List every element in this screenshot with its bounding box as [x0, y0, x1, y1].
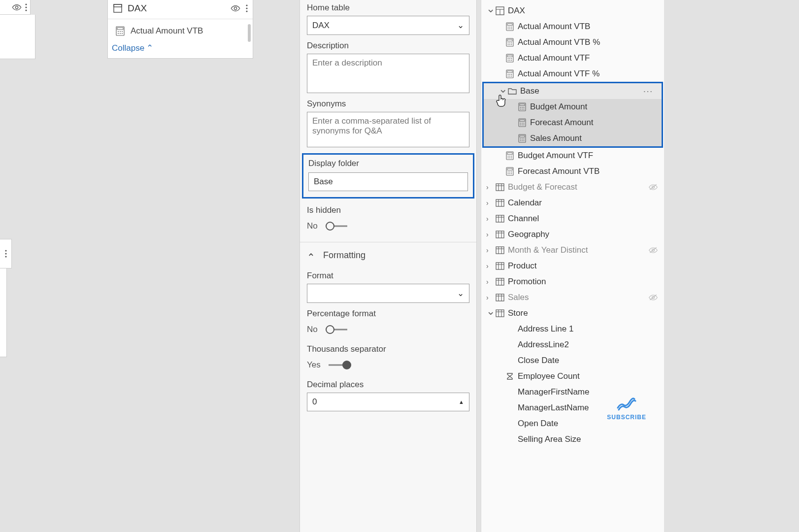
eye-icon[interactable]	[11, 4, 22, 11]
table-icon	[495, 199, 505, 207]
svg-rect-99	[496, 200, 504, 206]
chevron-up-icon	[307, 249, 315, 261]
cursor-icon	[495, 94, 507, 107]
subscribe-badge[interactable]: SUBSCRIBE	[607, 396, 646, 421]
tree-table-store[interactable]: Store	[481, 305, 664, 321]
hidden-icon	[648, 183, 659, 191]
svg-point-52	[509, 76, 510, 77]
svg-point-56	[520, 107, 521, 108]
tree-table[interactable]: ›Product	[481, 258, 664, 274]
chevron-down-icon: ⌄	[457, 288, 464, 299]
description-label: Description	[307, 41, 469, 51]
eye-icon[interactable]	[230, 5, 241, 12]
calculator-icon	[517, 118, 527, 127]
formatting-section-label: Formatting	[323, 250, 366, 261]
thousands-toggle[interactable]	[329, 362, 351, 368]
tree-measure[interactable]: Budget Amount	[484, 99, 662, 115]
tree-measure[interactable]: Forecast Amount VTB	[481, 164, 664, 179]
svg-point-41	[509, 58, 510, 59]
display-folder-input[interactable]	[308, 172, 468, 191]
spinner-up-icon[interactable]: ▲	[459, 399, 464, 405]
svg-rect-103	[496, 215, 504, 222]
svg-point-36	[509, 44, 510, 45]
tree-column[interactable]: Selling Area Size	[481, 432, 664, 447]
tree-table[interactable]: ›Promotion	[481, 274, 664, 290]
tree-folder-base[interactable]: Base ⋯	[484, 83, 662, 99]
svg-point-76	[522, 140, 523, 141]
tree-table[interactable]: ›Sales	[481, 290, 664, 305]
tree-column[interactable]: AddressLine2	[481, 337, 664, 353]
table-icon	[113, 3, 123, 13]
tree-measure[interactable]: Actual Amount VTF %	[481, 66, 664, 82]
formatting-section-header[interactable]: Formatting	[300, 242, 476, 268]
svg-rect-120	[496, 278, 504, 285]
tree-label: Selling Area Size	[518, 434, 659, 444]
tree-measure[interactable]: Forecast Amount	[484, 115, 662, 131]
tree-label: Channel	[508, 214, 659, 224]
tree-table-dax[interactable]: DAX	[481, 3, 664, 19]
svg-point-16	[118, 33, 119, 34]
more-icon[interactable]: ⋯	[643, 85, 657, 97]
tree-column[interactable]: Address Line 1	[481, 321, 664, 337]
format-select[interactable]: ⌄	[307, 284, 469, 303]
svg-point-66	[524, 123, 525, 124]
decimals-input[interactable]: 0 ▲	[307, 393, 469, 411]
measure-row[interactable]: Actual Amount VTB	[116, 24, 245, 41]
table-icon	[495, 309, 505, 317]
svg-point-64	[520, 123, 521, 124]
tree-measure[interactable]: Budget Amount VTF	[481, 148, 664, 164]
home-table-select[interactable]: DAX ⌄	[307, 16, 469, 35]
svg-point-61	[524, 109, 525, 110]
svg-point-37	[511, 44, 512, 45]
tree-label: Address Line 1	[518, 324, 659, 334]
svg-point-9	[246, 7, 247, 9]
svg-point-29	[511, 29, 512, 30]
display-folder-label: Display folder	[308, 159, 468, 168]
base-folder-highlight: Base ⋯ Budget AmountForecast AmountSales…	[482, 82, 663, 148]
tree-label: Base	[520, 86, 643, 96]
tree-table[interactable]: ›Calendar	[481, 195, 664, 211]
svg-point-65	[522, 123, 523, 124]
folder-icon	[507, 88, 517, 95]
scrollbar[interactable]	[248, 24, 251, 42]
tree-table[interactable]: ›Month & Year Distinct	[481, 242, 664, 258]
svg-point-44	[509, 60, 510, 61]
svg-point-28	[509, 29, 510, 30]
description-input[interactable]: Enter a description	[307, 54, 469, 93]
more-icon[interactable]	[25, 3, 27, 11]
svg-point-82	[511, 156, 512, 157]
svg-point-77	[524, 140, 525, 141]
is-hidden-toggle[interactable]	[326, 223, 348, 230]
tree-column[interactable]: Close Date	[481, 353, 664, 368]
svg-rect-129	[496, 310, 504, 317]
subscribe-label: SUBSCRIBE	[607, 414, 646, 421]
tree-column[interactable]: Employee Count	[481, 368, 664, 384]
svg-point-50	[511, 74, 512, 75]
hidden-icon	[648, 294, 659, 301]
chevron-right-icon: ›	[486, 215, 495, 223]
svg-point-3	[5, 250, 6, 251]
synonyms-input[interactable]: Enter a comma-separated list of synonyms…	[307, 112, 469, 147]
percentage-toggle[interactable]	[326, 326, 348, 333]
tree-measure[interactable]: Sales Amount	[484, 131, 662, 146]
more-icon[interactable]	[246, 4, 248, 12]
svg-point-35	[508, 44, 509, 45]
svg-point-73	[522, 138, 523, 139]
tree-label: Close Date	[518, 356, 659, 366]
tree-label: Sales Amount	[530, 133, 657, 143]
svg-point-40	[508, 58, 509, 59]
svg-point-53	[511, 76, 512, 77]
more-icon[interactable]	[5, 250, 7, 258]
tree-measure[interactable]: Actual Amount VTF	[481, 50, 664, 66]
collapse-link[interactable]: Collapse ⌃	[108, 43, 253, 58]
svg-rect-63	[520, 120, 525, 122]
svg-rect-71	[520, 135, 525, 137]
tree-table[interactable]: ›Budget & Forecast	[481, 179, 664, 195]
tree-measure[interactable]: Actual Amount VTB %	[481, 34, 664, 50]
thousands-value: Yes	[307, 360, 321, 370]
tree-table[interactable]: ›Geography	[481, 227, 664, 242]
tree-table[interactable]: ›Channel	[481, 211, 664, 227]
svg-point-60	[522, 109, 523, 110]
tree-measure[interactable]: Actual Amount VTB	[481, 19, 664, 34]
svg-point-91	[508, 173, 509, 174]
